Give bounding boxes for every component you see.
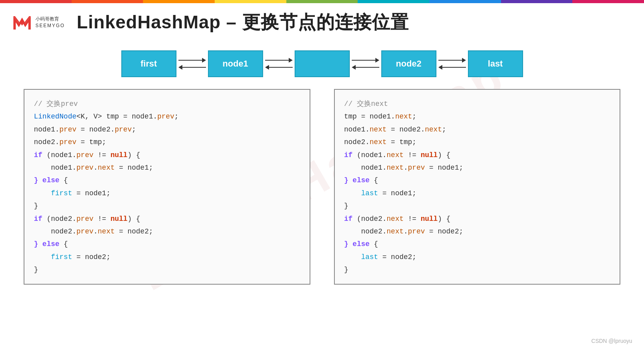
node-1: node1 [208, 50, 263, 77]
node-2: node2 [381, 50, 436, 77]
logo: 小码哥教育 SEEMYGO [12, 12, 65, 33]
footer-credit: CSDN @lpruoyu [591, 338, 632, 344]
code-panels: // 交换prev LinkedNode<K, V> tmp = node1.p… [24, 89, 620, 285]
arrow-1 [176, 50, 208, 77]
node-middle [295, 50, 350, 77]
code-next-content: // 交换next tmp = node1.next; node1.next =… [344, 98, 611, 276]
page-title: LinkedHashMap – 更换节点的连接位置 [77, 10, 409, 35]
logo-bottom: SEEMYGO [35, 22, 65, 29]
node-last: last [468, 50, 523, 77]
content: first node1 [0, 50, 644, 285]
logo-icon [12, 12, 32, 33]
code-panel-next: // 交换next tmp = node1.next; node1.next =… [334, 89, 621, 285]
code-prev-content: // 交换prev LinkedNode<K, V> tmp = node1.p… [34, 98, 300, 276]
logo-text: 小码哥教育 SEEMYGO [35, 16, 65, 29]
arrow-4 [436, 50, 468, 77]
arrow-2 [263, 50, 295, 77]
header: 小码哥教育 SEEMYGO LinkedHashMap – 更换节点的连接位置 [0, 3, 644, 39]
code-panel-prev: // 交换prev LinkedNode<K, V> tmp = node1.p… [24, 89, 310, 285]
rainbow-bar [0, 0, 644, 3]
node-first: first [121, 50, 176, 77]
logo-top: 小码哥教育 [35, 16, 65, 22]
arrow-3 [350, 50, 381, 77]
linked-list-diagram: first node1 [24, 50, 620, 77]
